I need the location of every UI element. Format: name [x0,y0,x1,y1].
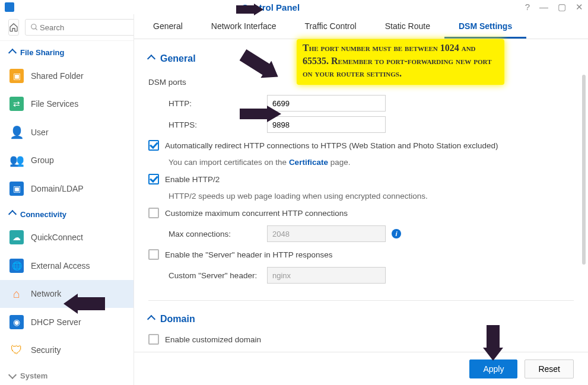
tab-static-route[interactable]: Static Route [371,14,444,39]
section-general-header[interactable]: General [148,49,574,70]
globe-icon: 🌐 [9,259,24,273]
server-header-checkbox[interactable] [148,249,159,260]
minimize-button[interactable]: — [539,2,548,12]
ldap-icon: ▣ [9,182,24,196]
tab-dsm-settings[interactable]: DSM Settings [444,14,526,39]
certificate-hint: You can import certificates on the Certi… [148,154,574,170]
enable-domain-checkbox[interactable] [148,334,159,345]
search-icon [30,23,39,31]
tab-general[interactable]: General [139,14,197,39]
sidebar-item-security[interactable]: 🛡 Security [0,336,134,365]
server-header-input [267,267,386,284]
redirect-https-label: Automatically redirect HTTP connections … [165,141,498,150]
sidebar-item-label: User [31,128,49,137]
sidebar-item-label: Shared Folder [31,71,84,81]
sidebar: File Sharing ▣ Shared Folder ⇄ File Serv… [0,14,134,385]
sidebar-item-domain-ldap[interactable]: ▣ Domain/LDAP [0,174,134,203]
cloud-icon: ☁ [9,230,24,244]
redirect-https-checkbox[interactable] [148,140,159,151]
tab-traffic-control[interactable]: Traffic Control [291,14,371,39]
close-button[interactable]: ✕ [576,2,583,12]
sidebar-item-label: Security [31,345,61,355]
group-icon: 👥 [9,153,24,167]
chevron-up-icon [8,48,17,56]
help-button[interactable]: ? [525,2,530,12]
max-conn-field-label: Max connections: [148,230,267,238]
chevron-up-icon [147,315,155,323]
sidebar-group-connectivity[interactable]: Connectivity [0,203,134,224]
chevron-up-icon [8,210,17,218]
search-input-wrap[interactable] [25,19,134,36]
chevron-up-icon [147,55,155,63]
search-input[interactable] [39,23,134,33]
folder-icon: ▣ [9,69,24,83]
chevron-down-icon [8,370,17,378]
dsm-ports-label: DSM ports [148,78,267,87]
http2-checkbox[interactable] [148,174,159,184]
sidebar-item-label: Group [31,155,54,165]
server-header-field-label: Custom "Server" header: [148,271,267,280]
sidebar-item-external-access[interactable]: 🌐 External Access [0,252,134,280]
certificate-link[interactable]: Certificate [289,158,328,167]
max-connections-label: Customize maximum concurrent HTTP connec… [165,209,348,218]
sidebar-item-label: File Services [31,99,78,109]
sidebar-item-quickconnect[interactable]: ☁ QuickConnect [0,224,134,252]
dhcp-icon: ◉ [9,315,24,329]
file-services-icon: ⇄ [9,97,24,111]
max-connections-input [267,225,386,242]
sidebar-item-dhcp-server[interactable]: ◉ DHCP Server [0,308,134,336]
network-icon: ⌂ [9,287,24,301]
sidebar-item-group[interactable]: 👥 Group [0,147,134,175]
sidebar-group-system[interactable]: System [0,364,134,385]
sidebar-item-file-services[interactable]: ⇄ File Services [0,90,134,119]
maximize-button[interactable]: ▢ [558,2,566,12]
window-title: Control Panel [17,2,525,12]
app-icon [5,2,14,12]
sidebar-item-label: Domain/LDAP [31,184,84,193]
tab-network-interface[interactable]: Network Interface [197,14,291,39]
svg-line-1 [36,28,37,30]
sidebar-item-label: External Access [31,261,90,271]
sidebar-item-label: Network [31,289,61,298]
https-label: HTTPS: [148,120,267,129]
divider [148,300,574,301]
http-port-input[interactable] [267,95,386,112]
max-connections-checkbox[interactable] [148,208,159,218]
https-port-input[interactable] [267,116,386,133]
user-icon: 👤 [9,125,24,139]
info-icon[interactable]: i [392,229,401,238]
enable-domain-label: Enable customized domain [165,335,261,344]
sidebar-item-shared-folder[interactable]: ▣ Shared Folder [0,62,134,90]
http2-label: Enable HTTP/2 [165,175,220,184]
shield-icon: 🛡 [9,343,24,357]
sidebar-group-file-sharing[interactable]: File Sharing [0,41,134,62]
sidebar-item-label: QuickConnect [31,233,83,242]
scrollbar[interactable] [582,75,586,383]
sidebar-item-user[interactable]: 👤 User [0,118,134,147]
http2-hint: HTTP/2 speeds up web page loading when u… [148,188,574,204]
svg-point-0 [31,24,36,29]
reset-button[interactable]: Reset [525,359,574,378]
tabs: General Network Interface Traffic Contro… [134,14,588,39]
section-domain-header[interactable]: Domain [148,309,574,330]
sidebar-item-network[interactable]: ⌂ Network [0,280,134,308]
sidebar-item-label: DHCP Server [31,317,81,327]
home-button[interactable] [8,19,19,36]
apply-button[interactable]: Apply [469,359,517,378]
server-header-label: Enable the "Server" header in HTTP respo… [165,250,333,259]
http-label: HTTP: [148,99,267,108]
